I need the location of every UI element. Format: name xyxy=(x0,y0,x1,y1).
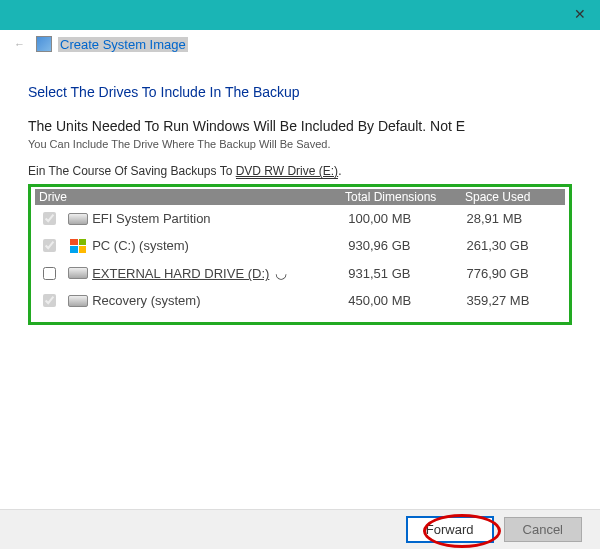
drive-icon xyxy=(68,295,88,307)
cancel-button[interactable]: Cancel xyxy=(504,517,582,542)
table-header: Drive Total Dimensions Space Used xyxy=(35,189,565,205)
saving-destination-link[interactable]: DVD RW Drive (E:) xyxy=(236,164,338,179)
page-heading: Select The Drives To Include In The Back… xyxy=(28,84,572,100)
drive-name: PC (C:) (system) xyxy=(92,238,348,253)
window-title: Create System Image xyxy=(58,37,188,52)
table-row[interactable]: EFI System Partition100,00 MB28,91 MB xyxy=(35,205,565,232)
description-paragraph: The Units Needed To Run Windows Will Be … xyxy=(28,118,572,134)
windows-logo-icon xyxy=(70,239,86,253)
footer-bar: Forward Cancel xyxy=(0,509,600,549)
table-row[interactable]: PC (C:) (system)930,96 GB261,30 GB xyxy=(35,232,565,259)
column-header-drive: Drive xyxy=(35,190,345,204)
drive-name: Recovery (system) xyxy=(92,293,348,308)
drive-total-size: 450,00 MB xyxy=(348,293,466,308)
back-arrow-icon[interactable]: ← xyxy=(14,38,25,50)
drive-total-size: 931,51 GB xyxy=(348,266,466,281)
close-button[interactable]: ✕ xyxy=(574,6,586,22)
drive-total-size: 100,00 MB xyxy=(348,211,466,226)
column-header-used: Space Used xyxy=(465,190,565,204)
drive-checkbox[interactable] xyxy=(43,267,56,280)
drive-used-size: 359,27 MB xyxy=(466,293,565,308)
forward-button[interactable]: Forward xyxy=(406,516,494,543)
drive-name: EXTERNAL HARD DRIVE (D:)◡ xyxy=(92,265,348,281)
system-image-icon xyxy=(36,36,52,52)
drive-icon xyxy=(68,267,88,279)
drive-checkbox[interactable] xyxy=(43,239,56,252)
title-bar xyxy=(0,0,600,30)
drive-checkbox[interactable] xyxy=(43,212,56,225)
drive-icon xyxy=(68,213,88,225)
drive-name: EFI System Partition xyxy=(92,211,348,226)
drive-used-size: 776,90 GB xyxy=(466,266,565,281)
column-header-total: Total Dimensions xyxy=(345,190,465,204)
table-row[interactable]: Recovery (system)450,00 MB359,27 MB xyxy=(35,287,565,314)
description-subtext: You Can Include The Drive Where The Back… xyxy=(28,138,572,150)
window-title-row: Create System Image xyxy=(36,36,188,52)
saving-prefix: Ein The Course Of Saving Backups To xyxy=(28,164,236,178)
table-body: EFI System Partition100,00 MB28,91 MBPC … xyxy=(35,205,565,314)
drive-checkbox[interactable] xyxy=(43,294,56,307)
saving-destination-line: Ein The Course Of Saving Backups To DVD … xyxy=(28,164,572,178)
saving-suffix: . xyxy=(338,164,341,178)
drive-used-size: 261,30 GB xyxy=(466,238,565,253)
drives-table-highlight: Drive Total Dimensions Space Used EFI Sy… xyxy=(28,184,572,325)
table-row[interactable]: EXTERNAL HARD DRIVE (D:)◡931,51 GB776,90… xyxy=(35,259,565,287)
drive-total-size: 930,96 GB xyxy=(348,238,466,253)
main-content: Select The Drives To Include In The Back… xyxy=(28,84,572,325)
loading-spinner-icon: ◡ xyxy=(275,265,287,281)
drive-used-size: 28,91 MB xyxy=(466,211,565,226)
